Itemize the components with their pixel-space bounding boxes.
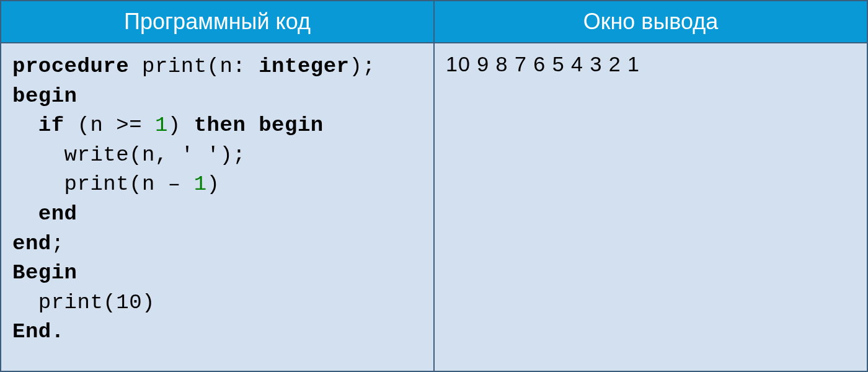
output-text: 10 9 8 7 6 5 4 3 2 1 — [446, 52, 856, 76]
header-code-column: Программный код — [0, 0, 434, 43]
code-cell: procedure print(n: integer); begin if (n… — [0, 43, 434, 372]
header-row: Программный код Окно вывода — [0, 0, 868, 43]
header-output-label: Окно вывода — [583, 9, 719, 35]
output-cell: 10 9 8 7 6 5 4 3 2 1 — [434, 43, 868, 372]
code-block: procedure print(n: integer); begin if (n… — [12, 52, 422, 347]
header-output-column: Окно вывода — [434, 0, 868, 43]
table-container: Программный код Окно вывода procedure pr… — [0, 0, 868, 372]
header-code-label: Программный код — [124, 9, 311, 35]
content-row: procedure print(n: integer); begin if (n… — [0, 43, 868, 372]
